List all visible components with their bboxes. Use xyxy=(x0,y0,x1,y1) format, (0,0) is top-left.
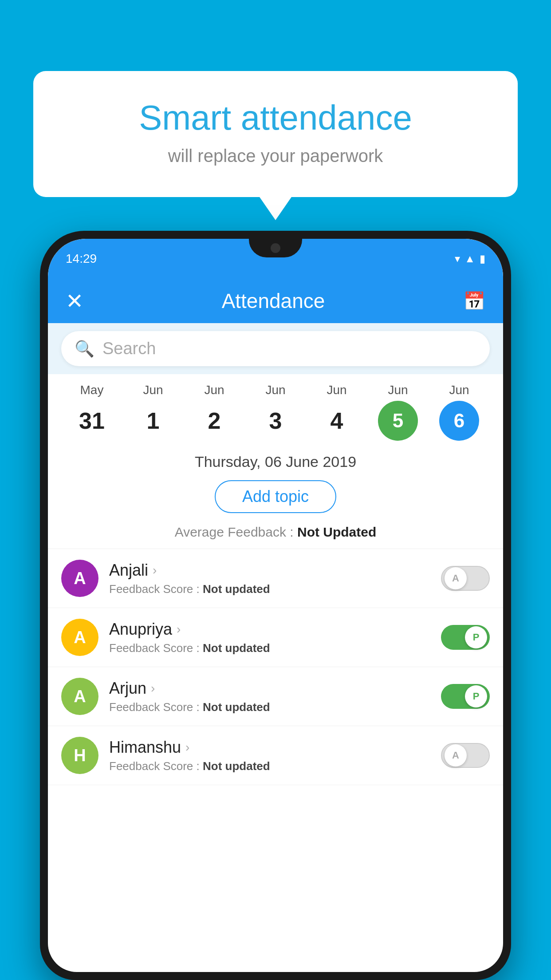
attendance-toggle[interactable]: P xyxy=(441,684,490,709)
speech-bubble-container: Smart attendance will replace your paper… xyxy=(33,71,518,197)
calendar-row: May31Jun1Jun2Jun3Jun4Jun5Jun6 xyxy=(57,383,494,441)
student-row[interactable]: AArjun ›Feedback Score : Not updatedP xyxy=(48,667,503,726)
avatar: A xyxy=(61,678,98,715)
calendar-button[interactable]: 📅 xyxy=(463,291,485,312)
feedback-score: Feedback Score : Not updated xyxy=(109,582,430,596)
cal-month-label: Jun xyxy=(388,383,408,397)
attendance-toggle[interactable]: A xyxy=(441,566,490,591)
cal-month-label: Jun xyxy=(143,383,163,397)
add-topic-button[interactable]: Add topic xyxy=(215,480,336,513)
toggle-thumb: A xyxy=(445,567,467,589)
cal-day-number[interactable]: 31 xyxy=(72,401,112,441)
student-row[interactable]: HHimanshu ›Feedback Score : Not updatedA xyxy=(48,726,503,785)
calendar-day[interactable]: Jun3 xyxy=(253,383,298,441)
toggle-container[interactable]: P xyxy=(441,625,490,650)
avatar: A xyxy=(61,619,98,656)
calendar-day[interactable]: Jun6 xyxy=(437,383,481,441)
date-info: Thursday, 06 June 2019 xyxy=(48,445,503,474)
search-bar-container: 🔍 Search xyxy=(48,323,503,374)
student-info: Arjun ›Feedback Score : Not updated xyxy=(109,679,430,714)
app-title: Attendance xyxy=(222,289,325,313)
wifi-icon: ▾ xyxy=(455,253,460,265)
student-row[interactable]: AAnupriya ›Feedback Score : Not updatedP xyxy=(48,608,503,667)
toggle-thumb: A xyxy=(445,744,467,767)
cal-day-number[interactable]: 1 xyxy=(133,401,173,441)
cal-day-number[interactable]: 5 xyxy=(378,401,418,441)
cal-month-label: May xyxy=(80,383,104,397)
status-icons: ▾ ▲ ▮ xyxy=(455,253,485,265)
student-name: Himanshu › xyxy=(109,738,430,757)
student-info: Himanshu ›Feedback Score : Not updated xyxy=(109,738,430,773)
chevron-icon: › xyxy=(177,622,181,636)
camera-dot xyxy=(271,243,280,253)
battery-icon: ▮ xyxy=(480,253,485,265)
bubble-title: Smart attendance xyxy=(69,98,482,138)
toggle-thumb: P xyxy=(465,626,487,648)
toggle-thumb: P xyxy=(465,685,487,707)
cal-month-label: Jun xyxy=(265,383,285,397)
chevron-icon: › xyxy=(185,740,189,755)
toggle-container[interactable]: A xyxy=(441,566,490,591)
cal-day-number[interactable]: 6 xyxy=(439,401,479,441)
calendar-strip: May31Jun1Jun2Jun3Jun4Jun5Jun6 xyxy=(48,374,503,445)
calendar-day[interactable]: Jun5 xyxy=(376,383,420,441)
student-info: Anjali ›Feedback Score : Not updated xyxy=(109,561,430,596)
calendar-day[interactable]: Jun4 xyxy=(315,383,359,441)
cal-month-label: Jun xyxy=(327,383,346,397)
feedback-score: Feedback Score : Not updated xyxy=(109,759,430,773)
student-info: Anupriya ›Feedback Score : Not updated xyxy=(109,620,430,655)
avatar: H xyxy=(61,737,98,774)
cal-month-label: Jun xyxy=(449,383,469,397)
close-button[interactable]: ✕ xyxy=(66,288,83,313)
feedback-score: Feedback Score : Not updated xyxy=(109,641,430,655)
student-list: AAnjali ›Feedback Score : Not updatedAAA… xyxy=(48,549,503,785)
chevron-icon: › xyxy=(153,563,157,577)
speech-bubble: Smart attendance will replace your paper… xyxy=(33,71,518,197)
feedback-score: Feedback Score : Not updated xyxy=(109,700,430,714)
cal-month-label: Jun xyxy=(204,383,224,397)
search-input[interactable]: Search xyxy=(102,339,156,358)
status-time: 14:29 xyxy=(66,252,97,266)
calendar-day[interactable]: Jun1 xyxy=(131,383,175,441)
signal-icon: ▲ xyxy=(464,253,475,265)
add-topic-section: Add topic xyxy=(48,474,503,521)
student-row[interactable]: AAnjali ›Feedback Score : Not updatedA xyxy=(48,549,503,608)
search-icon: 🔍 xyxy=(75,340,94,358)
avatar: A xyxy=(61,560,98,597)
cal-day-number[interactable]: 3 xyxy=(256,401,295,441)
cal-day-number[interactable]: 2 xyxy=(194,401,234,441)
toggle-container[interactable]: A xyxy=(441,743,490,768)
avg-feedback: Average Feedback : Not Updated xyxy=(48,521,503,549)
bubble-subtitle: will replace your paperwork xyxy=(69,146,482,166)
avg-feedback-value: Not Updated xyxy=(297,525,376,539)
selected-date: Thursday, 06 June 2019 xyxy=(195,453,356,470)
phone-inner: 14:29 ▾ ▲ ▮ ✕ Attendance 📅 🔍 Search xyxy=(48,239,503,972)
avg-feedback-text: Average Feedback : Not Updated xyxy=(175,525,377,539)
attendance-toggle[interactable]: P xyxy=(441,625,490,650)
attendance-toggle[interactable]: A xyxy=(441,743,490,768)
cal-day-number[interactable]: 4 xyxy=(317,401,357,441)
calendar-day[interactable]: Jun2 xyxy=(192,383,236,441)
calendar-day[interactable]: May31 xyxy=(70,383,114,441)
student-name: Arjun › xyxy=(109,679,430,698)
toggle-container[interactable]: P xyxy=(441,684,490,709)
phone-frame: 14:29 ▾ ▲ ▮ ✕ Attendance 📅 🔍 Search xyxy=(40,231,511,980)
app-header: ✕ Attendance 📅 xyxy=(48,279,503,323)
notch-cutout xyxy=(249,239,302,257)
student-name: Anjali › xyxy=(109,561,430,580)
chevron-icon: › xyxy=(151,681,155,695)
student-name: Anupriya › xyxy=(109,620,430,639)
status-bar: 14:29 ▾ ▲ ▮ xyxy=(48,239,503,279)
search-bar[interactable]: 🔍 Search xyxy=(61,331,490,366)
